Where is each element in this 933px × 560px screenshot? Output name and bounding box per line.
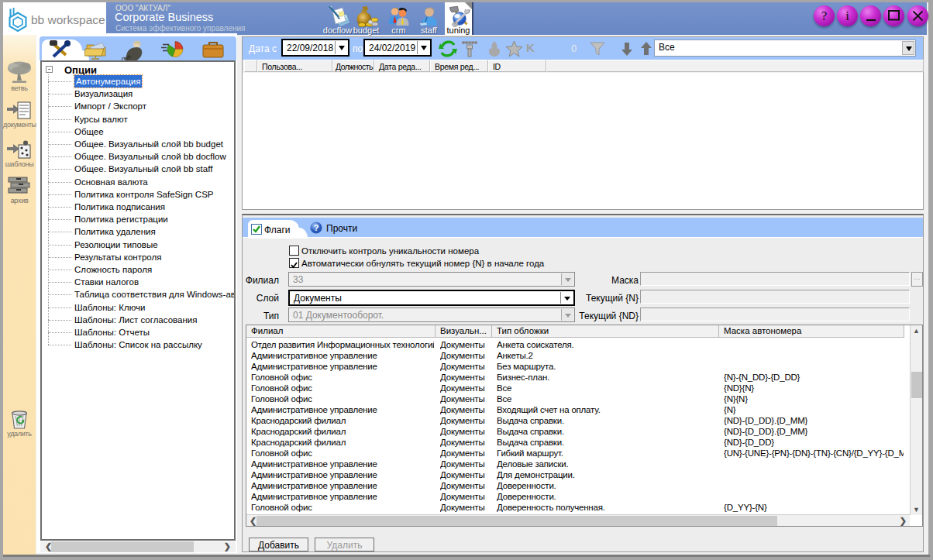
svg-text:?: ?: [314, 223, 319, 232]
